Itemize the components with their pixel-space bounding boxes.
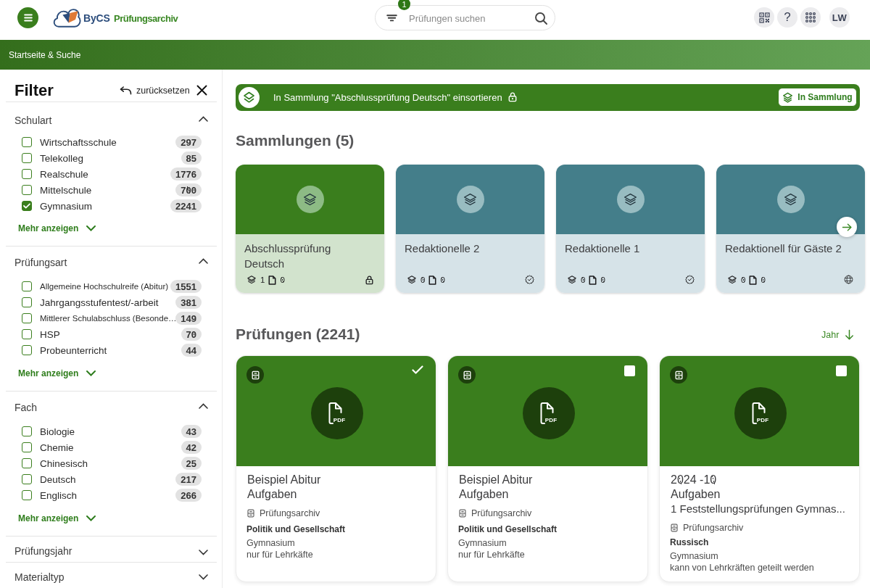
svg-text:PDF: PDF [545, 416, 558, 423]
svg-text:PDF: PDF [334, 416, 346, 423]
svg-text:PDF: PDF [757, 416, 769, 423]
